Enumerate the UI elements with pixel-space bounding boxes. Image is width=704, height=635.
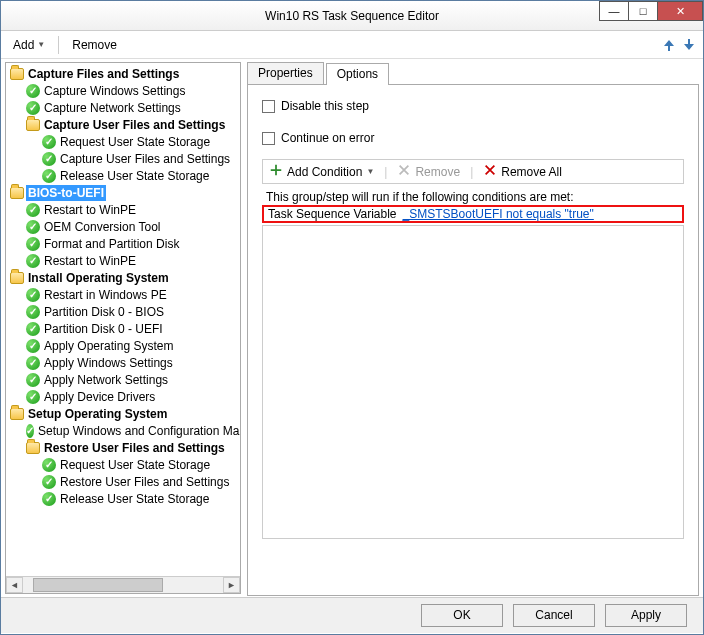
condition-toolbar: Add Condition ▼ | Remove | Remove All <box>262 159 684 184</box>
separator <box>58 36 59 54</box>
tree-node-label: Apply Windows Settings <box>42 355 175 371</box>
tree-node-label: Apply Network Settings <box>42 372 170 388</box>
folder-icon <box>10 408 24 420</box>
scroll-left-button[interactable]: ◄ <box>6 577 23 593</box>
continue-on-error-checkbox[interactable] <box>262 132 275 145</box>
check-icon: ✓ <box>26 356 40 370</box>
check-icon: ✓ <box>26 254 40 268</box>
check-icon: ✓ <box>26 288 40 302</box>
move-up-icon[interactable] <box>661 37 677 53</box>
tree-node-label: Partition Disk 0 - BIOS <box>42 304 166 320</box>
add-condition-label: Add Condition <box>287 165 362 179</box>
check-icon: ✓ <box>26 101 40 115</box>
tree-step[interactable]: ✓Apply Device Drivers <box>26 389 240 405</box>
remove-condition-button[interactable]: Remove <box>397 163 460 180</box>
remove-all-label: Remove All <box>501 165 562 179</box>
tree-group[interactable]: BIOS-to-UEFI <box>10 185 240 201</box>
tree-step[interactable]: ✓Apply Operating System <box>26 338 240 354</box>
tree-step[interactable]: ✓Restart to WinPE <box>26 253 240 269</box>
tree-node-label: OEM Conversion Tool <box>42 219 163 235</box>
tree-step[interactable]: ✓Restart to WinPE <box>26 202 240 218</box>
tree-group[interactable]: Restore User Files and Settings <box>26 440 240 456</box>
tree-node-label: Release User State Storage <box>58 168 211 184</box>
tree-step[interactable]: ✓Restart in Windows PE <box>26 287 240 303</box>
chevron-down-icon: ▼ <box>366 167 374 176</box>
tree-node-label: Restart to WinPE <box>42 253 138 269</box>
tree-step[interactable]: ✓Capture Network Settings <box>26 100 240 116</box>
remove-button[interactable]: Remove <box>66 36 123 54</box>
plus-icon <box>269 163 283 180</box>
tree-step[interactable]: ✓Apply Network Settings <box>26 372 240 388</box>
scroll-track[interactable] <box>23 577 223 593</box>
disable-step-checkbox[interactable] <box>262 100 275 113</box>
scroll-thumb[interactable] <box>33 578 163 592</box>
tree-group[interactable]: Capture Files and Settings <box>10 66 240 82</box>
remove-all-button[interactable]: Remove All <box>483 163 562 180</box>
condition-type-label: Task Sequence Variable <box>268 207 397 221</box>
tree-step[interactable]: ✓Apply Windows Settings <box>26 355 240 371</box>
tree-step[interactable]: ✓Capture User Files and Settings <box>42 151 240 167</box>
disable-step-label: Disable this step <box>281 99 369 113</box>
horizontal-scrollbar[interactable]: ◄ ► <box>6 576 240 593</box>
x-icon <box>397 163 411 180</box>
tree-node-label: Restart in Windows PE <box>42 287 169 303</box>
tree-step[interactable]: ✓Format and Partition Disk <box>26 236 240 252</box>
scroll-right-button[interactable]: ► <box>223 577 240 593</box>
condition-list-area[interactable] <box>262 225 684 539</box>
tab-properties[interactable]: Properties <box>247 62 324 84</box>
tree-node-label: Capture Files and Settings <box>26 66 181 82</box>
continue-on-error-label: Continue on error <box>281 131 374 145</box>
tree-node-label: Capture Network Settings <box>42 100 183 116</box>
tree-group[interactable]: Setup Operating System <box>10 406 240 422</box>
tree-step[interactable]: ✓Request User State Storage <box>42 457 240 473</box>
tree-step[interactable]: ✓Partition Disk 0 - BIOS <box>26 304 240 320</box>
check-icon: ✓ <box>42 475 56 489</box>
check-icon: ✓ <box>26 339 40 353</box>
tree-node-label: Capture User Files and Settings <box>58 151 232 167</box>
check-icon: ✓ <box>26 424 34 438</box>
check-icon: ✓ <box>42 458 56 472</box>
tree-group[interactable]: Capture User Files and Settings <box>26 117 240 133</box>
folder-icon <box>26 442 40 454</box>
task-sequence-tree[interactable]: Capture Files and Settings✓Capture Windo… <box>6 63 240 576</box>
condition-value-link[interactable]: _SMSTSBootUEFI not equals "true" <box>403 207 594 221</box>
check-icon: ✓ <box>26 203 40 217</box>
check-icon: ✓ <box>26 322 40 336</box>
apply-button[interactable]: Apply <box>605 604 687 627</box>
check-icon: ✓ <box>42 152 56 166</box>
tree-node-label: Release User State Storage <box>58 491 211 507</box>
folder-icon <box>10 272 24 284</box>
tab-options[interactable]: Options <box>326 63 389 85</box>
check-icon: ✓ <box>26 84 40 98</box>
move-down-icon[interactable] <box>681 37 697 53</box>
check-icon: ✓ <box>26 305 40 319</box>
close-button[interactable]: ✕ <box>657 1 703 21</box>
add-menu[interactable]: Add ▼ <box>7 36 51 54</box>
minimize-button[interactable]: — <box>599 1 629 21</box>
tree-step[interactable]: ✓Request User State Storage <box>42 134 240 150</box>
tree-node-label: Apply Device Drivers <box>42 389 157 405</box>
ok-button[interactable]: OK <box>421 604 503 627</box>
tree-step[interactable]: ✓Capture Windows Settings <box>26 83 240 99</box>
tree-step[interactable]: ✓Release User State Storage <box>42 491 240 507</box>
check-icon: ✓ <box>26 390 40 404</box>
tree-step[interactable]: ✓Setup Windows and Configuration Manager <box>26 423 240 439</box>
tree-node-label: Capture User Files and Settings <box>42 117 227 133</box>
tree-step[interactable]: ✓Partition Disk 0 - UEFI <box>26 321 240 337</box>
tree-step[interactable]: ✓Release User State Storage <box>42 168 240 184</box>
tree-node-label: BIOS-to-UEFI <box>26 185 106 201</box>
maximize-button[interactable]: □ <box>628 1 658 21</box>
add-condition-menu[interactable]: Add Condition ▼ <box>269 163 374 180</box>
cancel-button[interactable]: Cancel <box>513 604 595 627</box>
add-label: Add <box>13 38 34 52</box>
tree-group[interactable]: Install Operating System <box>10 270 240 286</box>
separator: | <box>470 165 473 179</box>
right-pane: Properties Options Disable this step Con… <box>247 62 699 594</box>
tree-step[interactable]: ✓Restore User Files and Settings <box>42 474 240 490</box>
dialog-footer: OK Cancel Apply <box>1 597 703 633</box>
tree-node-label: Request User State Storage <box>58 134 212 150</box>
tree-node-label: Setup Operating System <box>26 406 169 422</box>
tree-step[interactable]: ✓OEM Conversion Tool <box>26 219 240 235</box>
tree-node-label: Format and Partition Disk <box>42 236 181 252</box>
condition-row[interactable]: Task Sequence Variable _SMSTSBootUEFI no… <box>262 205 684 223</box>
